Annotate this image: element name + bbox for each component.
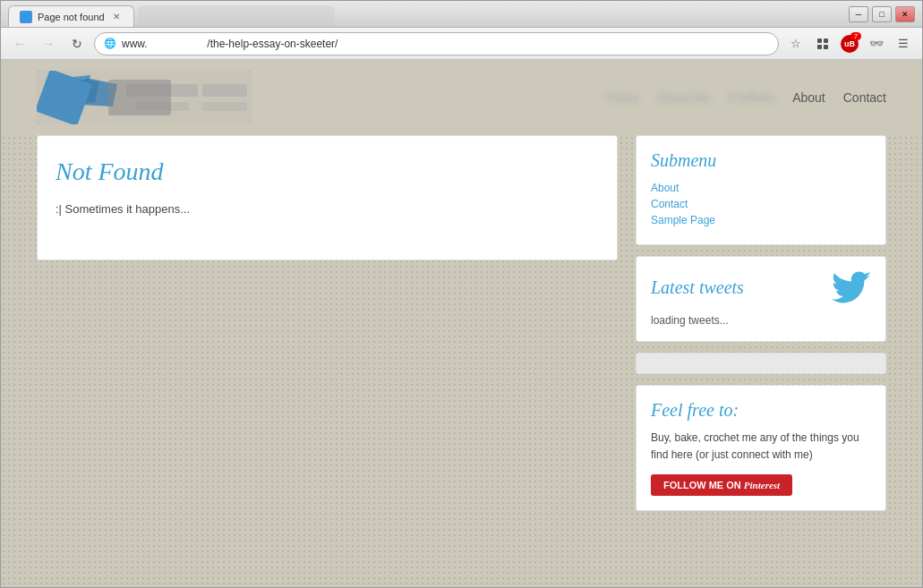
page-content: Home About Me Portfolio About Contact No… bbox=[1, 60, 922, 587]
close-button[interactable]: ✕ bbox=[895, 6, 915, 22]
menu-button[interactable]: ☰ bbox=[892, 32, 915, 55]
forward-button[interactable]: → bbox=[37, 32, 60, 55]
tweets-widget: Latest tweets loading tweets... bbox=[636, 256, 886, 342]
chrome-window: 🌐 Page not found ✕ ─ □ ✕ ← → ↻ 🌐 ☆ bbox=[0, 0, 923, 588]
tweets-title: Latest tweets bbox=[651, 277, 744, 298]
title-bar: 🌐 Page not found ✕ ─ □ ✕ bbox=[1, 1, 922, 28]
site-main: Not Found :| Sometimes it happens... Sub… bbox=[1, 135, 922, 587]
submenu-widget: Submenu About Contact Sample Page bbox=[636, 135, 886, 245]
tab-title: Page not found bbox=[38, 12, 105, 22]
content-box: Not Found :| Sometimes it happens... bbox=[37, 135, 618, 260]
logo-image bbox=[37, 71, 252, 124]
nav-about[interactable]: About bbox=[792, 90, 825, 105]
glasses-button[interactable]: 👓 bbox=[865, 32, 888, 55]
svg-rect-3 bbox=[824, 45, 828, 49]
nav-home[interactable]: Home bbox=[606, 90, 639, 105]
tweets-header: Latest tweets bbox=[651, 271, 871, 303]
site-header: Home About Me Portfolio About Contact bbox=[1, 60, 922, 135]
minimize-button[interactable]: ─ bbox=[849, 6, 868, 22]
submenu-link-about[interactable]: About bbox=[651, 182, 871, 194]
address-input[interactable] bbox=[122, 38, 769, 50]
svg-rect-9 bbox=[135, 102, 189, 111]
svg-rect-8 bbox=[126, 84, 198, 97]
not-found-message: :| Sometimes it happens... bbox=[56, 200, 599, 218]
address-bar[interactable]: 🌐 bbox=[94, 32, 779, 55]
twitter-bird-icon bbox=[832, 271, 871, 303]
nav-contact[interactable]: Contact bbox=[843, 90, 886, 105]
svg-marker-7 bbox=[81, 78, 117, 107]
feel-free-widget: Feel free to: Buy, bake, crochet me any … bbox=[636, 385, 886, 511]
sidebar-divider bbox=[636, 353, 886, 374]
back-button[interactable]: ← bbox=[8, 32, 31, 55]
tab-bar: 🌐 Page not found ✕ bbox=[8, 1, 842, 27]
maximize-button[interactable]: □ bbox=[872, 6, 892, 22]
tab-favicon: 🌐 bbox=[20, 11, 32, 23]
svg-rect-2 bbox=[817, 45, 822, 49]
submenu-link-contact[interactable]: Contact bbox=[651, 198, 871, 210]
browser-toolbar: ← → ↻ 🌐 ☆ uB 7 👓 ☰ bbox=[1, 28, 922, 60]
sidebar: Submenu About Contact Sample Page Latest… bbox=[636, 135, 886, 569]
feel-free-text: Buy, bake, crochet me any of the things … bbox=[651, 430, 871, 464]
bookmark-button[interactable]: ☆ bbox=[784, 32, 808, 55]
reload-button[interactable]: ↻ bbox=[65, 32, 89, 55]
site-navigation: Home About Me Portfolio About Contact bbox=[606, 90, 887, 105]
browser-tab[interactable]: 🌐 Page not found ✕ bbox=[8, 5, 134, 27]
toolbar-icons: ☆ uB 7 👓 ☰ bbox=[784, 32, 915, 55]
main-content: Not Found :| Sometimes it happens... bbox=[37, 135, 618, 569]
submenu-title: Submenu bbox=[651, 150, 871, 171]
nav-about-me[interactable]: About Me bbox=[657, 90, 711, 105]
svg-rect-10 bbox=[202, 84, 247, 97]
window-controls: ─ □ ✕ bbox=[849, 6, 915, 22]
site-logo bbox=[37, 71, 252, 124]
pinterest-label: Pinterest bbox=[744, 480, 780, 490]
svg-rect-4 bbox=[37, 71, 252, 124]
svg-rect-0 bbox=[817, 38, 822, 43]
ublock-count: 7 bbox=[850, 32, 861, 40]
nav-portfolio[interactable]: Portfolio bbox=[729, 90, 774, 105]
not-found-title: Not Found bbox=[56, 158, 599, 186]
tweets-loading: loading tweets... bbox=[651, 314, 871, 327]
extensions-button[interactable] bbox=[811, 32, 834, 55]
page-icon: 🌐 bbox=[104, 38, 116, 49]
svg-rect-11 bbox=[202, 102, 247, 111]
tab-close-button[interactable]: ✕ bbox=[110, 11, 123, 23]
ublock-extension[interactable]: uB 7 bbox=[838, 32, 861, 55]
svg-rect-1 bbox=[824, 38, 828, 43]
feel-free-title: Feel free to: bbox=[651, 400, 871, 421]
submenu-link-sample[interactable]: Sample Page bbox=[651, 214, 871, 226]
pinterest-button[interactable]: FOLLOW ME ON Pinterest bbox=[651, 474, 792, 496]
